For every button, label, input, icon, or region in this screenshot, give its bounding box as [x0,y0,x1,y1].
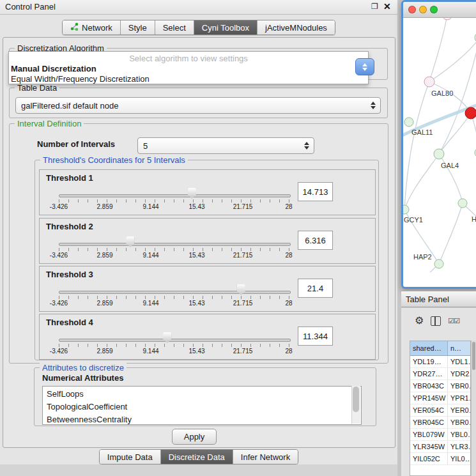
table-panel-titlebar: Table Panel [401,291,476,307]
tab-discretize-label: Discretize Data [169,452,225,462]
tick-label: -3.426 [45,252,73,259]
tick-label: 15.43 [183,203,211,210]
threshold-value-input[interactable]: 21.4 [298,279,333,298]
table-cell[interactable]: YER054C [410,404,448,416]
threshold-panel: Threshold 3 -3.426 2.859 9.144 15.43 21.… [39,266,376,312]
gear-icon[interactable]: ⚙ [415,316,424,326]
tab-impute-data[interactable]: Impute Data [100,450,160,464]
tab-style[interactable]: Style [120,20,155,35]
tick-label: 9.144 [137,203,165,210]
network-canvas[interactable]: GAL80 GAL11 GAL4 GCY1 HAP2 H [403,18,476,272]
table-cell[interactable]: YDL19… [410,356,448,367]
tab-infer-network[interactable]: Infer Network [233,450,298,464]
table-panel-title: Table Panel [406,295,449,304]
network-node[interactable] [458,199,467,208]
dropdown-placeholder: Select algorithm to view settings [9,54,368,64]
tick-label: 15.43 [183,300,211,307]
table-row[interactable]: YBL079WYBL0… [410,429,470,441]
apply-button[interactable]: Apply [172,429,217,445]
list-item[interactable]: BetweennessCentrality [43,413,361,425]
tab-discretize-data[interactable]: Discretize Data [160,450,233,464]
table-row[interactable]: YIL052CYIL0… [410,453,470,465]
table-data-combobox[interactable]: galFiltered.sif default node [15,97,381,114]
columns-icon[interactable] [431,316,441,326]
network-node[interactable] [434,259,443,268]
table-scrollbar[interactable] [471,341,476,476]
node-label: H [472,215,476,223]
tick-label: 2.859 [91,348,119,355]
table-cell[interactable]: YIL0… [448,453,470,464]
table-data-group-title: Table Data [15,83,59,93]
table-cell[interactable]: YPR1… [448,392,470,404]
table-cell[interactable]: YLR3… [448,441,470,452]
tab-network[interactable]: Network [63,20,120,35]
table-cell[interactable]: YDR27… [410,368,448,380]
slider-track[interactable] [59,194,291,197]
node-label: GCY1 [404,216,423,224]
table-cell[interactable]: YIL052C [410,453,448,464]
network-node[interactable] [404,118,413,127]
column-header-shared-name[interactable]: shared… [410,341,448,356]
combo-stepper-icon [371,102,376,109]
tick-label: -3.426 [45,300,73,307]
mac-zoom-button[interactable] [430,6,438,13]
network-node[interactable] [403,205,409,214]
table-cell[interactable]: YDR2… [448,368,470,380]
network-node[interactable] [434,149,444,159]
table-rows: YDL19…YDL1…YDR27…YDR2…YBR043CYBR0…YPR145… [410,356,470,465]
table-cell[interactable]: YDL1… [448,356,470,367]
float-window-icon[interactable]: ❐ [371,2,378,11]
table-row[interactable]: YBR045CYBR0… [410,417,470,429]
tab-select[interactable]: Select [155,20,194,35]
list-item[interactable]: TopologicalCoefficient [43,401,361,413]
algorithm-combobox-button[interactable] [355,58,374,75]
table-row[interactable]: YDL19…YDL1… [410,356,470,368]
table-row[interactable]: YLR345WYLR3… [410,441,470,453]
threshold-value-input[interactable]: 14.713 [298,182,333,201]
table-row[interactable]: YDR27…YDR2… [410,368,470,380]
network-node-red[interactable] [465,107,476,119]
bottom-segmented-control: Impute Data Discretize Data Infer Networ… [99,449,298,464]
mac-close-button[interactable] [408,6,416,13]
table-row[interactable]: YBR043CYBR0… [410,380,470,392]
network-window-titlebar[interactable] [403,2,476,18]
list-item[interactable]: SelfLoops [43,388,361,401]
table-cell[interactable]: YPR145W [410,392,448,404]
listbox-scroll-thumb[interactable] [353,387,359,412]
dropdown-option[interactable]: Manual Discretization [9,64,368,74]
close-icon[interactable]: ✕ [383,1,391,12]
listbox-scrollbar[interactable] [351,386,360,424]
table-cell[interactable]: YBR043C [410,380,448,392]
network-node[interactable] [442,18,452,20]
interval-definition-groupbox: Interval Definition Number of Intervals … [9,123,388,364]
dropdown-option[interactable]: Equal Width/Frequency Discretization [9,74,368,84]
table-cell[interactable]: YLR345W [410,441,448,452]
threshold-value-input[interactable]: 6.316 [298,231,333,250]
tab-jactivemodules[interactable]: jActiveMNodules [257,20,335,35]
numerical-attributes-label: Numerical Attributes [42,373,123,383]
slider-track[interactable] [59,291,291,294]
tab-style-label: Style [128,23,147,33]
slider-track[interactable] [59,339,291,342]
table-cell[interactable]: YBL0… [448,429,470,440]
table-cell[interactable]: YBR0… [448,417,470,428]
table-row[interactable]: YER054CYER0… [410,404,470,417]
number-of-intervals-combobox[interactable]: 5 [137,137,314,154]
control-panel-titlebar: Control Panel ❐ ✕ [0,0,397,15]
table-cell[interactable]: YBR045C [410,417,448,428]
network-node[interactable] [424,77,434,87]
threshold-value-input[interactable]: 11.344 [298,326,333,346]
table-cell[interactable]: YBL079W [410,429,448,440]
mac-minimize-button[interactable] [419,6,427,13]
table-cell[interactable]: YER0… [448,404,470,416]
column-header-name[interactable]: n… [448,341,470,356]
slider-track[interactable] [59,243,291,246]
table-cell[interactable]: YBR0… [448,380,470,392]
select-columns-icon[interactable]: ☑☑ [448,318,459,325]
tick-label: -3.426 [45,348,73,355]
tab-cyni-toolbox[interactable]: Cyni Toolbox [194,20,257,35]
number-of-intervals-value: 5 [143,141,148,151]
table-row[interactable]: YPR145WYPR1… [410,392,470,404]
table-scroll-thumb[interactable] [472,342,475,370]
tick-label: 15.43 [183,252,211,259]
